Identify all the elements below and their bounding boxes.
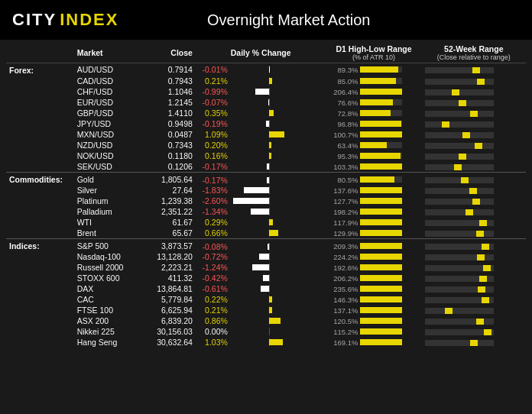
close-value: 0.1180: [139, 150, 196, 161]
daily-change-cell: -1.24%: [196, 262, 326, 273]
week52-cell: [422, 173, 526, 186]
market-name: GBP/USD: [74, 108, 139, 118]
week52-cell: [422, 97, 526, 108]
market-name: NZD/USD: [74, 140, 139, 150]
daily-change-cell: -0.17%: [196, 161, 326, 173]
atr-cell: 115.2%: [326, 326, 421, 337]
week52-cell: [422, 63, 526, 76]
category-label: [6, 273, 74, 283]
col-market: Market: [74, 43, 139, 63]
week52-cell: [422, 108, 526, 118]
atr-cell: 137.1%: [326, 305, 421, 315]
close-value: 1.2145: [139, 97, 196, 108]
daily-change-cell: -0.99%: [196, 86, 326, 97]
category-label: [6, 337, 74, 348]
market-name: WTI: [74, 217, 139, 228]
close-value: 6,839.20: [139, 315, 196, 326]
week52-cell: [422, 161, 526, 173]
daily-change-cell: 0.21%: [196, 305, 326, 315]
week52-cell: [422, 118, 526, 129]
category-label: [6, 196, 74, 206]
close-value: 1.1046: [139, 86, 196, 97]
atr-cell: 120.5%: [326, 315, 421, 326]
category-label: Forex:: [6, 63, 74, 76]
week52-cell: [422, 76, 526, 86]
week52-cell: [422, 217, 526, 228]
col-week52: 52-Week Range (Close relative to range): [422, 43, 526, 63]
close-value: 30,632.64: [139, 337, 196, 348]
market-name: S&P 500: [74, 239, 139, 252]
daily-change-cell: -1.34%: [196, 206, 326, 217]
close-value: 0.1206: [139, 161, 196, 173]
week52-cell: [422, 251, 526, 262]
daily-change-cell: -0.42%: [196, 273, 326, 283]
atr-cell: 72.8%: [326, 108, 421, 118]
week52-cell: [422, 294, 526, 305]
daily-change-cell: 1.09%: [196, 129, 326, 140]
market-name: STOXX 600: [74, 273, 139, 283]
category-label: [6, 108, 74, 118]
close-value: 13,864.81: [139, 283, 196, 294]
table-container: Market Close Daily % Change D1 High-Low …: [0, 40, 532, 351]
category-label: Indices:: [6, 239, 74, 252]
daily-change-cell: 0.29%: [196, 217, 326, 228]
atr-cell: 89.3%: [326, 63, 421, 76]
daily-change-cell: -0.19%: [196, 118, 326, 129]
week52-cell: [422, 129, 526, 140]
close-value: 1.4110: [139, 108, 196, 118]
close-value: 1,805.64: [139, 173, 196, 186]
close-value: 0.0487: [139, 129, 196, 140]
close-value: 0.7914: [139, 63, 196, 76]
atr-cell: 137.6%: [326, 185, 421, 196]
atr-cell: 95.3%: [326, 150, 421, 161]
close-value: 65.67: [139, 228, 196, 239]
week52-cell: [422, 86, 526, 97]
atr-cell: 127.7%: [326, 196, 421, 206]
market-name: ASX 200: [74, 315, 139, 326]
category-label: [6, 185, 74, 196]
daily-change-cell: -0.08%: [196, 239, 326, 252]
header-title: Overnight Market Action: [207, 11, 431, 29]
daily-change-cell: 1.03%: [196, 337, 326, 348]
close-value: 0.7943: [139, 76, 196, 86]
category-label: [6, 294, 74, 305]
atr-cell: 63.4%: [326, 140, 421, 150]
market-name: CAC: [74, 294, 139, 305]
atr-cell: 209.3%: [326, 239, 421, 252]
close-value: 3,873.57: [139, 239, 196, 252]
close-value: 13,128.20: [139, 251, 196, 262]
atr-cell: 103.3%: [326, 161, 421, 173]
atr-cell: 96.8%: [326, 118, 421, 129]
week52-cell: [422, 206, 526, 217]
daily-change-cell: -2.60%: [196, 196, 326, 206]
close-value: 2,223.21: [139, 262, 196, 273]
close-value: 61.67: [139, 217, 196, 228]
daily-change-cell: -1.83%: [196, 185, 326, 196]
week52-cell: [422, 337, 526, 348]
col-close: Close: [139, 43, 196, 63]
market-name: Palladium: [74, 206, 139, 217]
market-name: Silver: [74, 185, 139, 196]
logo: CITY INDEX: [12, 10, 118, 30]
market-name: Hang Seng: [74, 337, 139, 348]
atr-cell: 100.7%: [326, 129, 421, 140]
market-name: CAD/USD: [74, 76, 139, 86]
market-name: JPY/USD: [74, 118, 139, 129]
category-label: [6, 262, 74, 273]
col-atr: D1 High-Low Range (% of ATR 10): [326, 43, 421, 63]
logo-index: INDEX: [60, 10, 118, 30]
daily-change-cell: -0.61%: [196, 283, 326, 294]
week52-cell: [422, 239, 526, 252]
market-name: MXN/USD: [74, 129, 139, 140]
close-value: 1,239.38: [139, 196, 196, 206]
market-table: Market Close Daily % Change D1 High-Low …: [6, 43, 526, 348]
category-label: [6, 326, 74, 337]
market-name: Nikkei 225: [74, 326, 139, 337]
close-value: 0.7343: [139, 140, 196, 150]
category-label: [6, 129, 74, 140]
category-label: [6, 217, 74, 228]
category-label: [6, 315, 74, 326]
atr-cell: 129.9%: [326, 228, 421, 239]
market-name: DAX: [74, 283, 139, 294]
category-label: [6, 86, 74, 97]
